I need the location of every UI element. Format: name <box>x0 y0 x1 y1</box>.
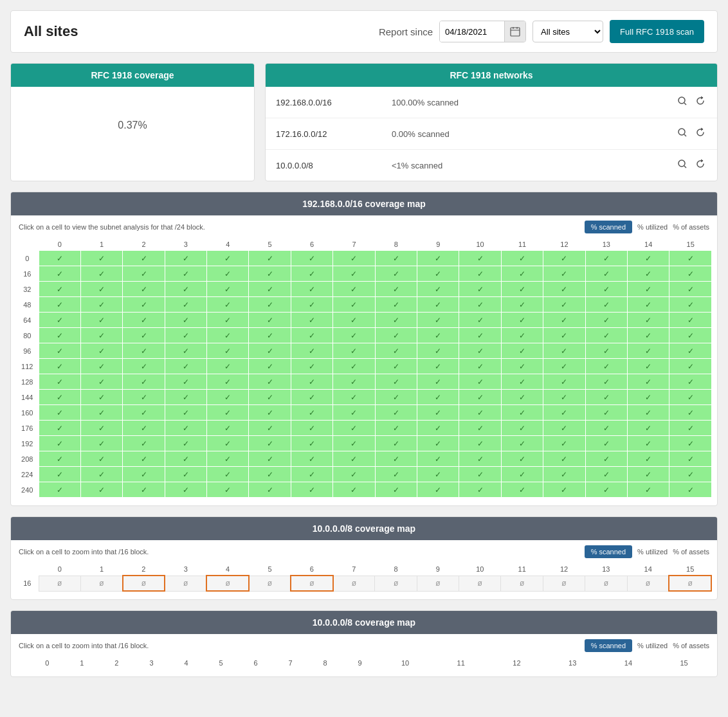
grid-cell[interactable]: ✓ <box>249 405 291 421</box>
grid-cell[interactable]: ✓ <box>291 328 332 343</box>
grid-cell[interactable]: ✓ <box>123 328 165 343</box>
grid-cell[interactable]: ✓ <box>459 251 501 266</box>
grid-cell[interactable]: ✓ <box>165 467 206 482</box>
grid-cell[interactable]: ✓ <box>417 405 459 421</box>
grid-cell[interactable]: ø <box>543 576 585 591</box>
grid-cell[interactable]: ✓ <box>291 313 332 328</box>
grid-cell[interactable]: ✓ <box>628 482 669 498</box>
grid-cell[interactable]: ✓ <box>39 359 80 374</box>
grid-cell[interactable]: ✓ <box>165 328 206 343</box>
grid-cell[interactable]: ✓ <box>291 266 332 282</box>
grid-cell[interactable]: ø <box>123 576 165 591</box>
grid-cell[interactable]: ✓ <box>585 251 627 266</box>
grid-cell[interactable]: ✓ <box>375 390 417 405</box>
grid-cell[interactable]: ✓ <box>669 421 712 436</box>
grid-cell[interactable]: ✓ <box>333 328 375 343</box>
grid-cell[interactable]: ✓ <box>375 266 417 282</box>
grid-cell[interactable]: ø <box>291 576 332 591</box>
grid-cell[interactable]: ✓ <box>80 467 122 482</box>
grid-cell[interactable]: ø <box>417 576 459 591</box>
grid-cell[interactable]: ✓ <box>123 266 165 282</box>
grid-cell[interactable]: ✓ <box>165 266 206 282</box>
grid-cell[interactable]: ✓ <box>501 297 543 313</box>
grid-cell[interactable]: ✓ <box>80 313 122 328</box>
grid-cell[interactable]: ✓ <box>207 374 249 390</box>
grid-cell[interactable]: ✓ <box>333 467 375 482</box>
grid-cell[interactable]: ✓ <box>417 359 459 374</box>
grid-cell[interactable]: ✓ <box>80 421 122 436</box>
grid-cell[interactable]: ✓ <box>39 390 80 405</box>
grid-cell[interactable]: ✓ <box>249 374 291 390</box>
grid-cell[interactable]: ✓ <box>669 297 712 313</box>
grid-cell[interactable]: ✓ <box>585 436 627 451</box>
grid-cell[interactable]: ✓ <box>459 482 501 498</box>
grid-cell[interactable]: ✓ <box>207 436 249 451</box>
grid-cell[interactable]: ✓ <box>417 297 459 313</box>
grid-cell[interactable]: ✓ <box>123 405 165 421</box>
grid-cell[interactable]: ✓ <box>628 313 669 328</box>
grid-cell[interactable]: ✓ <box>123 297 165 313</box>
grid-cell[interactable]: ✓ <box>543 282 585 297</box>
network-refresh-button[interactable] <box>694 126 707 141</box>
grid-cell[interactable]: ✓ <box>333 282 375 297</box>
grid-cell[interactable]: ✓ <box>165 436 206 451</box>
grid-cell[interactable]: ✓ <box>165 374 206 390</box>
grid-cell[interactable]: ✓ <box>249 359 291 374</box>
network-search-button[interactable] <box>676 158 689 173</box>
grid-cell[interactable]: ✓ <box>628 343 669 359</box>
grid-cell[interactable]: ø <box>249 576 291 591</box>
grid-cell[interactable]: ✓ <box>585 282 627 297</box>
grid-cell[interactable]: ✓ <box>543 421 585 436</box>
grid-cell[interactable]: ✓ <box>165 313 206 328</box>
grid-cell[interactable]: ✓ <box>123 251 165 266</box>
grid-cell[interactable]: ✓ <box>459 390 501 405</box>
grid-cell[interactable]: ✓ <box>543 390 585 405</box>
grid-cell[interactable]: ✓ <box>291 405 332 421</box>
grid-cell[interactable]: ✓ <box>39 343 80 359</box>
grid-cell[interactable]: ✓ <box>123 374 165 390</box>
grid-cell[interactable]: ✓ <box>291 282 332 297</box>
grid-cell[interactable]: ✓ <box>165 390 206 405</box>
grid-cell[interactable]: ✓ <box>291 421 332 436</box>
grid-cell[interactable]: ✓ <box>585 343 627 359</box>
grid-cell[interactable]: ✓ <box>123 467 165 482</box>
grid-cell[interactable]: ✓ <box>333 297 375 313</box>
grid-cell[interactable]: ✓ <box>543 359 585 374</box>
grid-cell[interactable]: ✓ <box>207 390 249 405</box>
grid-cell[interactable]: ✓ <box>669 328 712 343</box>
grid-cell[interactable]: ✓ <box>80 436 122 451</box>
grid-cell[interactable]: ✓ <box>628 421 669 436</box>
grid-cell[interactable]: ✓ <box>249 467 291 482</box>
grid-cell[interactable]: ✓ <box>669 482 712 498</box>
grid-cell[interactable]: ✓ <box>417 328 459 343</box>
grid-cell[interactable]: ✓ <box>249 251 291 266</box>
grid-cell[interactable]: ✓ <box>459 421 501 436</box>
grid-cell[interactable]: ✓ <box>249 482 291 498</box>
grid-cell[interactable]: ø <box>333 576 375 591</box>
grid-cell[interactable]: ✓ <box>249 282 291 297</box>
grid-cell[interactable]: ✓ <box>628 266 669 282</box>
grid-cell[interactable]: ✓ <box>165 405 206 421</box>
grid-cell[interactable]: ✓ <box>501 282 543 297</box>
grid-cell[interactable]: ✓ <box>375 359 417 374</box>
grid-cell[interactable]: ✓ <box>501 451 543 467</box>
grid-cell[interactable]: ✓ <box>459 266 501 282</box>
grid-cell[interactable]: ✓ <box>375 451 417 467</box>
grid-cell[interactable]: ✓ <box>459 467 501 482</box>
grid-cell[interactable]: ✓ <box>291 374 332 390</box>
grid-cell[interactable]: ✓ <box>249 313 291 328</box>
grid-cell[interactable]: ✓ <box>80 405 122 421</box>
grid-cell[interactable]: ✓ <box>39 374 80 390</box>
grid-cell[interactable]: ✓ <box>501 359 543 374</box>
grid-cell[interactable]: ✓ <box>39 467 80 482</box>
grid-cell[interactable]: ✓ <box>333 313 375 328</box>
grid-cell[interactable]: ✓ <box>375 251 417 266</box>
grid-cell[interactable]: ✓ <box>459 359 501 374</box>
grid-cell[interactable]: ✓ <box>123 359 165 374</box>
grid-cell[interactable]: ✓ <box>628 251 669 266</box>
grid-cell[interactable]: ✓ <box>333 436 375 451</box>
grid-cell[interactable]: ✓ <box>80 282 122 297</box>
grid-cell[interactable]: ✓ <box>501 374 543 390</box>
grid-cell[interactable]: ✓ <box>585 467 627 482</box>
grid-cell[interactable]: ✓ <box>543 328 585 343</box>
